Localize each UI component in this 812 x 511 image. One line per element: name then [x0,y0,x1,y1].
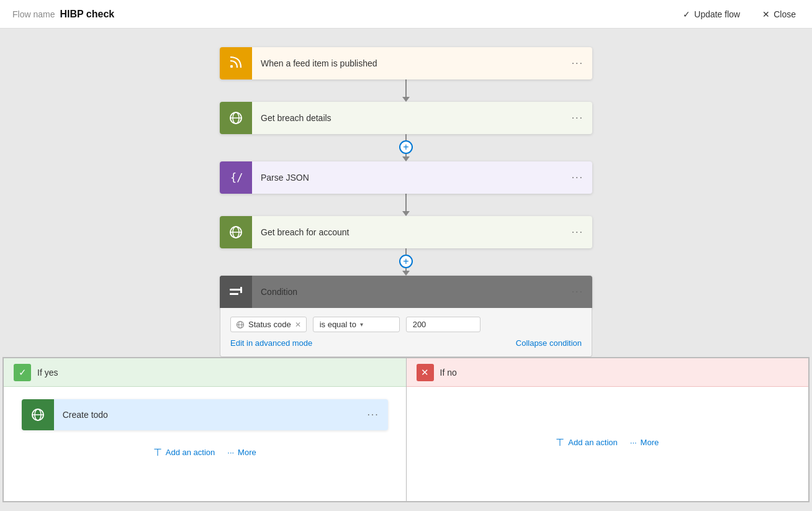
add-action-icon-yes: ⊤ [153,446,162,458]
breach-account-label: Get breach for account [252,227,563,237]
branch-no-content: ⊤ Add an action ··· More [407,387,809,467]
parse-json-node[interactable]: {/} Parse JSON ··· [220,161,592,194]
no-more-button[interactable]: ··· More [630,438,659,447]
add-action-icon-no: ⊤ [556,436,564,448]
trigger-more[interactable]: ··· [563,58,592,69]
branch-yes-header: ✓ If yes [4,358,406,387]
parse-json-label: Parse JSON [252,173,563,183]
no-add-action-button[interactable]: ⊤ Add an action [556,436,618,448]
add-step-button-1[interactable]: + [399,140,413,154]
close-icon: ✕ [762,9,770,19]
condition-operator-dropdown[interactable]: is equal to ▾ [313,317,400,332]
condition-row: Status code ✕ is equal to ▾ [230,317,582,332]
create-todo-icon [22,399,54,430]
yes-more-button[interactable]: ··· More [227,448,256,457]
condition-value-input[interactable] [406,317,480,332]
breach-account-node[interactable]: Get breach for account ··· [220,216,592,248]
trigger-label: When a feed item is published [252,58,563,68]
flow-name-value: HIBP check [60,9,114,20]
create-todo-node[interactable]: Create todo ··· [22,399,388,430]
update-flow-label: Update flow [694,9,740,19]
breach-account-icon [220,216,252,248]
branch-no: ✕ If no ⊤ Add an action ··· More [407,358,809,501]
connector-1 [402,79,410,102]
condition-tag-remove[interactable]: ✕ [295,320,301,329]
branch-no-header: ✕ If no [407,358,809,387]
rss-icon [228,55,243,73]
condition-tag[interactable]: Status code ✕ [230,317,307,332]
connector-2 [402,194,410,216]
branch-yes-actions: ⊤ Add an action ··· More [16,436,394,464]
branch-yes-title: If yes [37,368,58,378]
no-more-dots: ··· [630,438,637,447]
breach-details-icon [220,102,252,134]
yes-more-label: More [238,448,256,457]
trigger-icon [220,47,252,79]
edit-advanced-mode-link[interactable]: Edit in advanced mode [230,338,312,348]
yes-add-action-label: Add an action [166,448,215,457]
header: Flow name HIBP check ✓ Update flow ✕ Clo… [0,0,812,29]
branch-area: ✓ If yes Create todo ··· [2,357,810,502]
yes-add-action-button[interactable]: ⊤ Add an action [153,446,215,458]
svg-text:{/}: {/} [230,171,244,184]
svg-rect-10 [240,287,242,293]
plus-connector-1: + [399,134,413,161]
yes-more-dots: ··· [227,448,234,457]
breach-account-more[interactable]: ··· [563,227,592,238]
no-x-icon: ✕ [417,364,434,381]
create-todo-label: Create todo [54,410,359,420]
breach-details-node[interactable]: Get breach details ··· [220,102,592,134]
update-flow-button[interactable]: ✓ Update flow [679,7,744,22]
yes-check-icon: ✓ [14,364,31,381]
branch-yes-content: Create todo ··· ⊤ Add an action ··· More [4,387,406,477]
chevron-down-icon: ▾ [360,321,363,328]
checkmark-icon: ✓ [683,9,690,19]
svg-rect-9 [230,293,238,295]
breach-details-label: Get breach details [252,113,563,123]
add-step-button-2[interactable]: + [399,255,413,268]
condition-header[interactable]: Condition ··· [220,276,592,308]
plus-connector-2: + [399,248,413,276]
branch-no-actions: ⊤ Add an action ··· More [419,399,796,454]
condition-label: Condition [252,287,563,297]
branch-yes: ✓ If yes Create todo ··· [4,358,407,501]
parse-json-more[interactable]: ··· [563,172,592,183]
condition-icon [220,276,252,308]
create-todo-more[interactable]: ··· [358,409,387,420]
condition-more[interactable]: ··· [563,286,592,297]
close-button[interactable]: ✕ Close [759,7,800,22]
condition-links: Edit in advanced mode Collapse condition [230,338,582,348]
collapse-condition-link[interactable]: Collapse condition [516,338,582,348]
no-more-label: More [641,438,659,447]
trigger-node[interactable]: When a feed item is published ··· [220,47,592,79]
condition-operator-label: is equal to [320,320,356,329]
no-add-action-label: Add an action [568,438,618,447]
svg-rect-0 [230,65,233,68]
flow-canvas: When a feed item is published ··· Get br… [0,29,812,511]
condition-body: Status code ✕ is equal to ▾ Edit in adva… [220,308,592,357]
parse-json-icon: {/} [220,161,252,194]
header-actions: ✓ Update flow ✕ Close [679,7,800,22]
close-label: Close [774,9,796,19]
condition-tag-label: Status code [248,320,291,329]
breach-details-more[interactable]: ··· [563,112,592,124]
flow-name-label: Flow name [12,9,55,19]
condition-node: Condition ··· Status code ✕ is equal to … [220,276,592,357]
tag-icon [236,320,245,329]
branch-no-title: If no [440,368,457,378]
